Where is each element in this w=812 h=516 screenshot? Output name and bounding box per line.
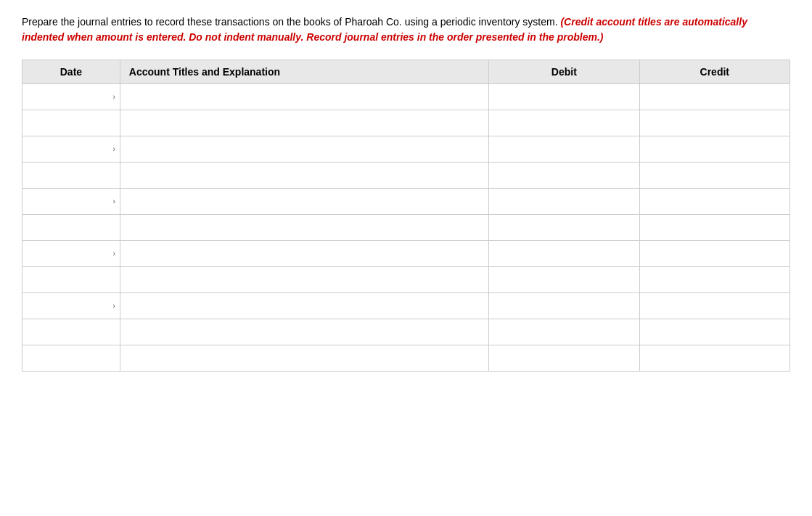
debit-input-4-2[interactable] [489, 267, 639, 292]
debit-input-3-2[interactable] [489, 215, 639, 240]
account-input-5-3[interactable] [120, 345, 488, 371]
header-credit: Credit [639, 60, 790, 84]
date-select-2[interactable] [27, 139, 112, 160]
debit-cell-5-2 [489, 319, 639, 345]
debit-input-3-1[interactable] [489, 189, 639, 214]
instruction-normal-text: Prepare the journal entries to record th… [22, 16, 558, 28]
account-cell-4-1 [120, 241, 488, 267]
account-cell-1-2 [120, 110, 488, 136]
table-row: › [22, 136, 790, 163]
debit-input-1-2[interactable] [489, 110, 639, 136]
credit-cell-5-2 [639, 319, 790, 345]
account-input-5-1[interactable] [120, 293, 488, 319]
date-select-5[interactable] [27, 296, 112, 316]
credit-cell-4-1 [639, 241, 790, 267]
date-cell-5: › [22, 293, 120, 319]
instructions-block: Prepare the journal entries to record th… [22, 15, 790, 45]
account-input-5-2[interactable] [120, 319, 488, 345]
credit-input-1-2[interactable] [640, 110, 790, 136]
header-debit: Debit [489, 60, 639, 84]
table-row [22, 319, 790, 345]
debit-input-2-2[interactable] [489, 163, 639, 188]
header-account: Account Titles and Explanation [120, 60, 488, 84]
debit-cell-3-1 [489, 189, 639, 215]
credit-cell-5-3 [639, 345, 790, 372]
debit-cell-3-2 [489, 215, 639, 241]
debit-cell-4-1 [489, 241, 639, 267]
table-row [22, 110, 790, 136]
account-cell-1-1 [120, 84, 488, 110]
credit-cell-1-1 [639, 84, 790, 110]
account-cell-2-2 [120, 163, 488, 189]
debit-cell-1-1 [489, 84, 639, 110]
chevron-down-icon: › [112, 197, 115, 205]
credit-cell-2-1 [639, 136, 790, 163]
debit-input-5-3[interactable] [489, 345, 639, 371]
debit-input-5-1[interactable] [489, 293, 639, 319]
table-row [22, 345, 790, 372]
date-cell-1: › [22, 84, 120, 110]
table-header-row: Date Account Titles and Explanation Debi… [22, 60, 790, 84]
debit-input-1-1[interactable] [489, 84, 639, 110]
date-cell-empty-3-2 [22, 215, 120, 241]
journal-entries-table: Date Account Titles and Explanation Debi… [22, 60, 790, 372]
header-date: Date [22, 60, 120, 84]
debit-cell-2-2 [489, 163, 639, 189]
date-select-4[interactable] [27, 244, 112, 264]
credit-input-2-1[interactable] [640, 136, 790, 162]
credit-input-5-3[interactable] [640, 345, 790, 371]
credit-input-2-2[interactable] [640, 163, 790, 188]
credit-input-3-2[interactable] [640, 215, 790, 240]
debit-cell-5-3 [489, 345, 639, 372]
table-row: › [22, 189, 790, 215]
account-cell-3-1 [120, 189, 488, 215]
chevron-down-icon: › [112, 93, 115, 101]
date-cell-empty-5-2 [22, 319, 120, 345]
account-input-3-1[interactable] [120, 189, 488, 214]
table-row: › [22, 293, 790, 319]
credit-cell-1-2 [639, 110, 790, 136]
debit-input-4-1[interactable] [489, 241, 639, 266]
date-cell-3: › [22, 189, 120, 215]
debit-cell-4-2 [489, 267, 639, 293]
credit-cell-3-2 [639, 215, 790, 241]
account-input-1-1[interactable] [120, 84, 488, 110]
credit-input-4-1[interactable] [640, 241, 790, 266]
debit-input-2-1[interactable] [489, 136, 639, 162]
account-input-3-2[interactable] [120, 215, 488, 240]
credit-input-1-1[interactable] [640, 84, 790, 110]
date-cell-empty-5-3 [22, 345, 120, 372]
account-input-4-2[interactable] [120, 267, 488, 292]
account-cell-3-2 [120, 215, 488, 241]
credit-input-5-1[interactable] [640, 293, 790, 319]
credit-input-4-2[interactable] [640, 267, 790, 292]
account-input-2-2[interactable] [120, 163, 488, 188]
table-row [22, 267, 790, 293]
date-cell-empty-4-2 [22, 267, 120, 293]
account-input-2-1[interactable] [120, 136, 488, 162]
date-select-3[interactable] [27, 192, 112, 212]
credit-cell-3-1 [639, 189, 790, 215]
credit-cell-2-2 [639, 163, 790, 189]
date-cell-2: › [22, 136, 120, 163]
credit-input-5-2[interactable] [640, 319, 790, 345]
account-cell-5-1 [120, 293, 488, 319]
account-input-4-1[interactable] [120, 241, 488, 266]
date-cell-empty-2-2 [22, 163, 120, 189]
credit-cell-5-1 [639, 293, 790, 319]
table-row [22, 163, 790, 189]
debit-cell-1-2 [489, 110, 639, 136]
chevron-down-icon: › [112, 302, 115, 310]
account-cell-4-2 [120, 267, 488, 293]
account-input-1-2[interactable] [120, 110, 488, 136]
chevron-down-icon: › [112, 250, 115, 258]
credit-input-3-1[interactable] [640, 189, 790, 214]
account-cell-2-1 [120, 136, 488, 163]
date-select-1[interactable] [27, 87, 112, 107]
account-cell-5-2 [120, 319, 488, 345]
debit-cell-5-1 [489, 293, 639, 319]
date-cell-4: › [22, 241, 120, 267]
table-row [22, 215, 790, 241]
debit-input-5-2[interactable] [489, 319, 639, 345]
credit-cell-4-2 [639, 267, 790, 293]
